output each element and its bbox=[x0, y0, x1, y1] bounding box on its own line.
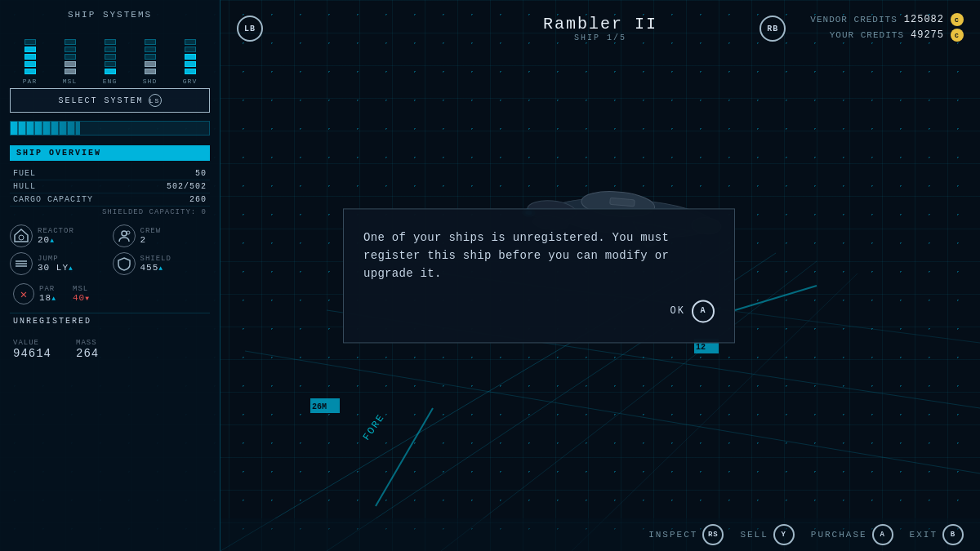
vendor-credits-value: 125082 bbox=[904, 14, 944, 25]
bar-seg bbox=[145, 47, 156, 52]
exit-btn[interactable]: B bbox=[942, 524, 964, 545]
bar-seg bbox=[145, 61, 156, 67]
purchase-label: PURCHASE bbox=[811, 530, 867, 540]
ship-title-center: Rambler II SHIP 1/5 bbox=[543, 15, 657, 42]
stat-bar-grv: GRV bbox=[183, 39, 197, 85]
mass-label: MASS bbox=[76, 339, 99, 347]
bar-seg bbox=[65, 69, 76, 74]
your-credits-label: YOUR CREDITS bbox=[830, 30, 904, 40]
cargo-label: CARGO CAPACITY bbox=[13, 195, 93, 204]
ship-overview-header: Ship Overview bbox=[10, 145, 210, 161]
mass-item: MASS 264 bbox=[76, 339, 99, 360]
fuel-label: FUEL bbox=[13, 169, 36, 178]
exit-action[interactable]: EXIT B bbox=[910, 524, 964, 545]
ship-name: Rambler II bbox=[543, 15, 657, 33]
your-credits-value: 49275 bbox=[911, 29, 944, 41]
bottom-bar: INSPECT RS SELL Y PURCHASE A EXIT B bbox=[220, 518, 980, 551]
left-panel: SHIP SYSTEMS PAR MSL bbox=[0, 0, 220, 551]
stat-bar-par: PAR bbox=[23, 39, 37, 85]
msl-arrow: ▼ bbox=[85, 295, 90, 302]
stat-bar-label-shd: SHD bbox=[143, 78, 157, 85]
modal-ok-button[interactable]: A bbox=[692, 300, 715, 322]
bar-seg bbox=[105, 39, 116, 45]
value-label: VALUE bbox=[13, 339, 51, 347]
shield-info: SHIELD 455▲ bbox=[140, 255, 172, 273]
reactor-label: REACTOR bbox=[38, 227, 74, 235]
par-msl-row: ✕ PAR 18▲ MSL 40▼ bbox=[10, 283, 210, 304]
ship-sub: SHIP 1/5 bbox=[543, 33, 657, 42]
svg-line-8 bbox=[735, 286, 817, 310]
bar-seg bbox=[105, 54, 116, 60]
your-credits-icon: C bbox=[951, 29, 964, 42]
bar-seg bbox=[65, 61, 76, 67]
svg-line-7 bbox=[376, 408, 433, 506]
cargo-value: 260 bbox=[189, 195, 207, 204]
bar-seg bbox=[185, 39, 196, 45]
reactor-arrow: ▲ bbox=[50, 237, 55, 244]
shield-icon bbox=[113, 252, 136, 275]
modal-ok-label: OK bbox=[670, 305, 685, 317]
sell-label: SELL bbox=[740, 530, 768, 540]
stat-bar-eng: ENG bbox=[103, 39, 117, 85]
par-value: 18▲ bbox=[39, 293, 56, 303]
bar-seg bbox=[105, 69, 116, 74]
bar-seg bbox=[145, 54, 156, 60]
bar-seg bbox=[24, 39, 36, 45]
bar-seg bbox=[24, 69, 36, 74]
value-mass-row: VALUE 94614 MASS 264 bbox=[10, 335, 210, 363]
inspect-action[interactable]: INSPECT RS bbox=[648, 524, 724, 545]
inspect-label: INSPECT bbox=[648, 530, 697, 540]
ship-systems-header: SHIP SYSTEMS bbox=[10, 10, 210, 20]
shield-stat: SHIELD 455▲ bbox=[113, 252, 211, 275]
jump-info: JUMP 30 LY▲ bbox=[38, 255, 74, 273]
inspect-btn[interactable]: RS bbox=[702, 524, 724, 545]
reactor-value: 20▲ bbox=[38, 235, 74, 245]
msl-value: 40▼ bbox=[73, 293, 90, 303]
select-system-button[interactable]: SELECT SYSTEM LS bbox=[10, 88, 210, 113]
crew-icon bbox=[113, 224, 136, 247]
crew-info: CREW 2 bbox=[140, 227, 162, 245]
bar-seg bbox=[24, 47, 36, 52]
bar-seg bbox=[65, 39, 76, 45]
par-item: ✕ PAR 18▲ bbox=[13, 283, 56, 304]
purchase-btn[interactable]: A bbox=[872, 524, 893, 545]
shielded-row: SHIELDED CAPACITY: 0 bbox=[10, 207, 210, 218]
bar-seg bbox=[145, 39, 156, 45]
par-label: PAR bbox=[39, 285, 56, 293]
msl-info: MSL 40▼ bbox=[73, 285, 90, 303]
select-system-ls-icon: LS bbox=[149, 94, 162, 107]
mass-num: 264 bbox=[76, 347, 99, 360]
your-credits-row: YOUR CREDITS 49275 C bbox=[810, 29, 964, 42]
hull-row: HULL 502/502 bbox=[10, 180, 210, 193]
bar-seg bbox=[65, 54, 76, 60]
stat-bar-label-msl: MSL bbox=[63, 78, 77, 85]
hull-value: 502/502 bbox=[167, 182, 207, 191]
shield-label: SHIELD bbox=[140, 255, 172, 263]
bar-seg bbox=[105, 47, 116, 52]
modal-box: One of your ships is unregistered. You m… bbox=[343, 208, 735, 343]
jump-label: JUMP bbox=[38, 255, 74, 263]
cargo-row: CARGO CAPACITY 260 bbox=[10, 193, 210, 207]
lb-button[interactable]: LB bbox=[237, 16, 263, 42]
purchase-action[interactable]: PURCHASE A bbox=[811, 524, 893, 545]
rb-button[interactable]: RB bbox=[760, 16, 786, 42]
svg-text:26M: 26M bbox=[312, 402, 327, 411]
jump-icon bbox=[10, 252, 33, 275]
sell-action[interactable]: SELL Y bbox=[740, 524, 794, 545]
svg-line-5 bbox=[245, 351, 980, 473]
bar-seg bbox=[24, 61, 36, 67]
value-item: VALUE 94614 bbox=[13, 339, 51, 360]
stat-bar-msl: MSL bbox=[63, 39, 77, 85]
value-num: 94614 bbox=[13, 347, 51, 360]
reactor-info: REACTOR 20▲ bbox=[38, 227, 74, 245]
fuel-row: FUEL 50 bbox=[10, 167, 210, 180]
shield-arrow: ▲ bbox=[158, 264, 163, 272]
vendor-credits-label: VENDOR CREDITS bbox=[810, 15, 897, 24]
sell-btn[interactable]: Y bbox=[773, 524, 795, 545]
stat-bars-row: PAR MSL ENG bbox=[10, 28, 210, 85]
shield-value: 455▲ bbox=[140, 263, 172, 273]
hull-label: HULL bbox=[13, 182, 36, 191]
bar-seg bbox=[185, 47, 196, 52]
stat-bar-label-par: PAR bbox=[23, 78, 37, 85]
select-system-label: SELECT SYSTEM bbox=[58, 96, 143, 105]
